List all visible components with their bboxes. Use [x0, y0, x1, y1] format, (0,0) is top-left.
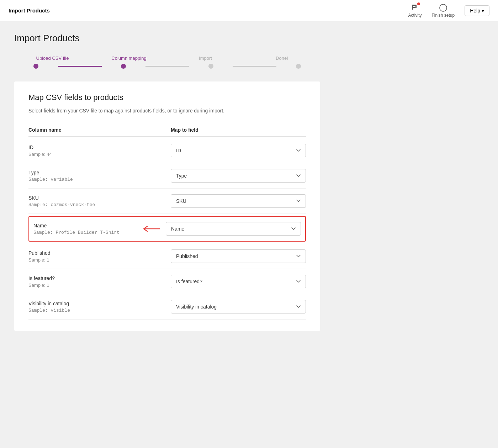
select-wrapper-published: Published [171, 249, 306, 263]
stepper-labels: Upload CSV file Column mapping Import Do… [14, 55, 320, 61]
col-header-name: Column name [28, 127, 171, 133]
field-info-id: ID Sample: 44 [28, 144, 171, 157]
field-sample-name: Sample: Profile Builder T-Shirt [33, 230, 137, 235]
topbar-title: Import Products [9, 7, 50, 14]
step-label-1: Upload CSV file [36, 56, 69, 61]
activity-label: Activity [408, 13, 422, 18]
field-info-featured: Is featured? Sample: 1 [28, 275, 171, 288]
field-sample-id: Sample: 44 [28, 152, 171, 157]
field-sample-featured: Sample: 1 [28, 283, 171, 288]
select-wrapper-id: ID [171, 144, 306, 157]
table-row: Visibility in catalog Sample: visible Vi… [28, 294, 306, 320]
step-dot-4 [296, 64, 301, 69]
map-select-sku[interactable]: SKU [171, 194, 306, 208]
field-sample-visibility: Sample: visible [28, 308, 171, 313]
map-select-name[interactable]: Name [166, 222, 301, 236]
table-header: Column name Map to field [28, 123, 306, 137]
col-header-map: Map to field [171, 127, 306, 133]
help-button[interactable]: Help ▾ [465, 5, 489, 16]
map-select-id[interactable]: ID [171, 144, 306, 157]
page-title: Import Products [14, 33, 413, 44]
table-row: Published Sample: 1 Published [28, 244, 306, 269]
step-seg-1 [58, 66, 102, 67]
activity-badge [417, 2, 420, 5]
field-name-type: Type [28, 170, 171, 175]
step-label-2: Column mapping [111, 56, 146, 61]
step-seg-3 [233, 66, 276, 67]
step-dot-1 [33, 64, 38, 69]
chevron-down-icon: ▾ [482, 8, 484, 14]
activity-button[interactable]: Activity [408, 4, 422, 18]
card-title: Map CSV fields to products [28, 93, 306, 102]
select-wrapper-featured: Is featured? [171, 275, 306, 288]
map-select-type[interactable]: Type [171, 169, 306, 183]
field-name-published: Published [28, 250, 171, 256]
field-name-visibility: Visibility in catalog [28, 301, 171, 306]
svg-rect-2 [412, 7, 415, 8]
svg-point-4 [440, 4, 447, 11]
step-label-3: Import [199, 56, 212, 61]
field-name-sku: SKU [28, 195, 171, 201]
map-select-published[interactable]: Published [171, 249, 306, 263]
finish-setup-label: Finish setup [432, 13, 455, 18]
table-row: ID Sample: 44 ID [28, 138, 306, 163]
main-content: Import Products Upload CSV file Column m… [0, 21, 427, 342]
field-sample-published: Sample: 1 [28, 257, 171, 263]
svg-rect-3 [415, 5, 417, 8]
step-dot-2 [121, 64, 126, 69]
stepper-track [14, 64, 320, 69]
table-row-highlighted: Name Sample: Profile Builder T-Shirt Nam… [28, 216, 306, 242]
topbar-right: Activity Finish setup Help ▾ [408, 4, 489, 18]
select-wrapper-type: Type [171, 169, 306, 183]
table-row: SKU Sample: cozmos-vneck-tee SKU [28, 189, 306, 214]
field-info-type: Type Sample: variable [28, 170, 171, 182]
field-info-sku: SKU Sample: cozmos-vneck-tee [28, 195, 171, 207]
arrow-annotation [137, 222, 161, 236]
step-label-4: Done! [276, 56, 288, 61]
table-row: Is featured? Sample: 1 Is featured? [28, 269, 306, 294]
mapping-card: Map CSV fields to products Select fields… [14, 81, 320, 331]
stepper: Upload CSV file Column mapping Import Do… [14, 55, 320, 69]
red-arrow-icon [137, 222, 161, 236]
topbar: Import Products Activity Finish s [0, 0, 498, 21]
map-select-visibility[interactable]: Visibility in catalog [171, 300, 306, 313]
select-wrapper-name: Name [166, 222, 301, 236]
step-dot-3 [208, 64, 213, 69]
finish-setup-button[interactable]: Finish setup [432, 4, 455, 18]
card-subtitle: Select fields from your CSV file to map … [28, 108, 306, 114]
highlighted-row-wrapper: Name Sample: Profile Builder T-Shirt Nam… [28, 216, 306, 242]
activity-icon [410, 4, 419, 12]
field-sample-type: Sample: variable [28, 177, 171, 182]
field-name-id: ID [28, 144, 171, 150]
field-name-name: Name [33, 223, 137, 228]
finish-setup-icon [439, 4, 447, 12]
step-seg-2 [145, 66, 189, 67]
field-info-published: Published Sample: 1 [28, 250, 171, 263]
map-select-featured[interactable]: Is featured? [171, 275, 306, 288]
field-sample-sku: Sample: cozmos-vneck-tee [28, 202, 171, 207]
select-wrapper-sku: SKU [171, 194, 306, 208]
field-name-featured: Is featured? [28, 275, 171, 281]
table-row: Type Sample: variable Type [28, 163, 306, 189]
field-info-name: Name Sample: Profile Builder T-Shirt [33, 223, 137, 235]
field-info-visibility: Visibility in catalog Sample: visible [28, 301, 171, 313]
select-wrapper-visibility: Visibility in catalog [171, 300, 306, 313]
